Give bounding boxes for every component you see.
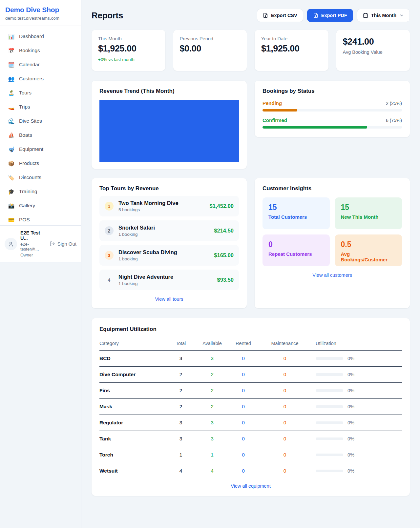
tile-avg-bookings: 0.5 Avg Bookings/Customer [335, 234, 402, 266]
tour-bookings: 1 booking [118, 256, 177, 261]
cell-category: BCD [99, 355, 170, 361]
stat-card-avg-booking-value: $241.00 Avg Booking Value [336, 30, 410, 71]
sidebar-item-label: Discounts [19, 174, 41, 180]
cell-available: 2 [192, 404, 233, 410]
utilization-track [316, 470, 343, 472]
file-export-icon [263, 13, 268, 18]
sidebar-item-training[interactable]: 🎓 Training [4, 186, 77, 197]
utilization-percent: 0% [347, 468, 354, 474]
period-label: This Month [371, 13, 396, 18]
stat-value: $1,925.00 [98, 44, 159, 54]
tour-name: Two Tank Morning Dive [118, 200, 178, 206]
discounts-icon: 🏷️ [8, 174, 15, 181]
shop-domain: demo.test.divestreams.com [5, 16, 76, 21]
tour-row: 1 Two Tank Morning Dive 5 bookings $1,45… [99, 196, 239, 216]
equipment-table: Category Total Available Rented Maintena… [99, 337, 402, 479]
sidebar-item-discounts[interactable]: 🏷️ Discounts [4, 172, 77, 183]
top-tours-card: Top Tours by Revenue 1 Two Tank Morning … [92, 178, 247, 308]
sign-out-button[interactable]: Sign Out [50, 241, 76, 247]
sidebar-item-gallery[interactable]: 📸 Gallery [4, 200, 77, 212]
insight-tiles: 15 Total Customers 15 New This Month 0 R… [262, 197, 402, 266]
card-title: Customer Insights [262, 185, 402, 192]
cell-category: Mask [99, 404, 170, 410]
utilization-percent: 0% [347, 404, 354, 409]
user-meta: E2E Test U... e2e-tester@... Owner [20, 230, 46, 257]
sidebar-item-label: Equipment [19, 146, 43, 152]
stat-label: This Month [98, 36, 159, 41]
tour-amount: $1,452.00 [210, 203, 234, 209]
cell-maintenance: 0 [254, 468, 316, 474]
table-row: Fins 2 2 0 0 0% [99, 383, 402, 399]
cell-maintenance: 0 [254, 404, 316, 410]
sidebar-item-bookings[interactable]: 📅 Bookings [4, 45, 77, 56]
sidebar-header: Demo Dive Shop demo.test.divestreams.com [0, 0, 81, 26]
charts-row: Revenue Trend (This Month) Bookings by S… [92, 81, 410, 169]
page-title: Reports [92, 10, 123, 21]
status-row-pending: Pending 2 (25%) [262, 100, 402, 112]
cell-utilization: 0% [316, 420, 402, 425]
sidebar-item-products[interactable]: 📦 Products [4, 157, 77, 169]
tile-value: 0 [268, 240, 324, 249]
status-label: Pending [262, 100, 282, 106]
sidebar-item-tours[interactable]: 🏝️ Tours [4, 87, 77, 99]
sidebar-item-dive-sites[interactable]: 🌊 Dive Sites [4, 115, 77, 127]
cell-category: Tank [99, 436, 170, 442]
table-row: Wetsuit 4 4 0 0 0% [99, 463, 402, 479]
sidebar-item-boats[interactable]: ⛵ Boats [4, 129, 77, 141]
revenue-trend-chart [99, 100, 239, 162]
export-csv-button[interactable]: Export CSV [257, 9, 303, 22]
trips-icon: 🚤 [8, 104, 15, 110]
utilization-percent: 0% [347, 388, 354, 393]
sidebar-item-pos[interactable]: 💳 POS [4, 214, 77, 225]
table-row: Dive Computer 2 2 0 0 0% [99, 367, 402, 383]
column-header: Maintenance [254, 341, 316, 346]
progress-track [262, 109, 402, 112]
pos-icon: 💳 [8, 217, 15, 223]
cell-category: Torch [99, 452, 170, 458]
sidebar-item-label: Boats [19, 132, 32, 138]
sidebar-item-calendar[interactable]: 🗓️ Calendar [4, 59, 77, 71]
sidebar-item-dashboard[interactable]: 📊 Dashboard [4, 30, 77, 42]
equipment-utilization-card: Equipment Utilization Category Total Ava… [92, 318, 410, 496]
stat-value: $0.00 [180, 44, 241, 54]
cell-category: Wetsuit [99, 468, 170, 474]
sidebar: Demo Dive Shop demo.test.divestreams.com… [0, 0, 81, 528]
column-header: Available [192, 341, 233, 346]
header-actions: Export CSV Export PDF This Month [257, 9, 410, 22]
view-all-equipment-link[interactable]: View all equipment [99, 483, 402, 489]
period-dropdown[interactable]: This Month [357, 9, 410, 22]
cell-total: 1 [170, 452, 192, 458]
sidebar-item-equipment[interactable]: 🤿 Equipment [4, 143, 77, 155]
insights-row: Top Tours by Revenue 1 Two Tank Morning … [92, 178, 410, 308]
sidebar-item-label: Dashboard [19, 33, 44, 39]
file-export-icon [313, 13, 318, 18]
export-pdf-button[interactable]: Export PDF [307, 9, 353, 22]
cell-utilization: 0% [316, 388, 402, 393]
table-row: Tank 3 3 0 0 0% [99, 431, 402, 447]
stat-card-previous-period: Previous Period $0.00 [173, 30, 247, 71]
sidebar-nav: 📊 Dashboard 📅 Bookings 🗓️ Calendar 👥 Cus… [0, 26, 81, 225]
tile-total-customers: 15 Total Customers [262, 197, 330, 229]
tile-value: 15 [268, 203, 324, 212]
sidebar-item-label: Calendar [19, 62, 40, 68]
view-all-tours-link[interactable]: View all tours [99, 296, 239, 302]
chevron-down-icon [399, 13, 404, 18]
cell-rented: 0 [233, 436, 254, 442]
stat-label: Avg Booking Value [343, 50, 404, 55]
sidebar-item-customers[interactable]: 👥 Customers [4, 73, 77, 85]
tour-row: 4 Night Dive Adventure 1 booking $93.50 [99, 270, 239, 290]
cell-total: 3 [170, 355, 192, 361]
status-label: Confirmed [262, 117, 287, 123]
cell-utilization: 0% [316, 372, 402, 377]
stat-value: $241.00 [343, 37, 404, 47]
view-all-customers-link[interactable]: View all customers [262, 273, 402, 278]
column-header: Rented [233, 341, 254, 346]
progress-fill [262, 109, 297, 112]
cell-rented: 0 [233, 388, 254, 394]
utilization-track [316, 373, 343, 376]
cell-maintenance: 0 [254, 388, 316, 394]
utilization-track [316, 389, 343, 392]
sidebar-item-label: Customers [19, 76, 44, 82]
sidebar-item-trips[interactable]: 🚤 Trips [4, 101, 77, 113]
cell-available: 3 [192, 436, 233, 442]
